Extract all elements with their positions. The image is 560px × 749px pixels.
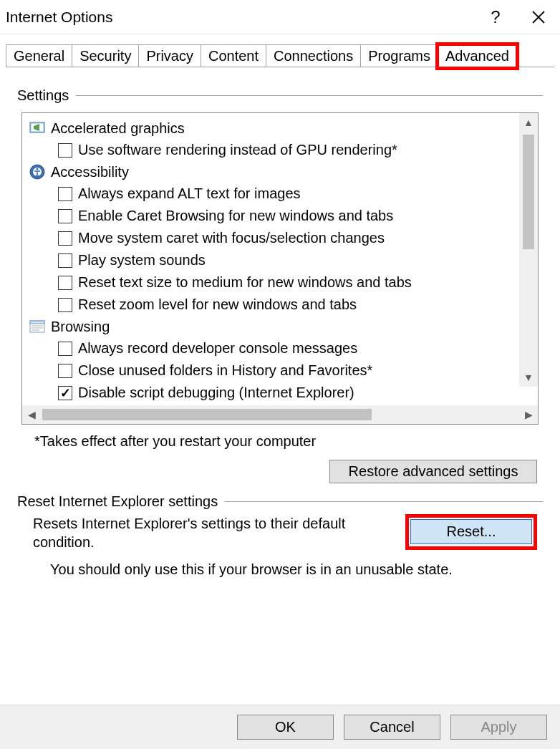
divider <box>76 95 543 96</box>
tab-privacy[interactable]: Privacy <box>138 44 201 67</box>
settings-tree-viewport: Accelerated graphics Use software render… <box>22 113 538 405</box>
reset-description: Resets Internet Explorer's settings to t… <box>33 514 391 551</box>
tab-advanced[interactable]: Advanced <box>438 44 517 68</box>
tab-label: General <box>14 48 64 64</box>
button-label: Apply <box>481 719 516 735</box>
group-label-text: Reset Internet Explorer settings <box>17 493 218 510</box>
category-label: Browsing <box>51 316 110 337</box>
checkbox[interactable] <box>58 231 72 246</box>
tab-label: Security <box>79 48 131 64</box>
option-label: Move system caret with focus/selection c… <box>78 227 385 249</box>
title-controls: ? <box>474 0 560 34</box>
scroll-down-arrow[interactable]: ▼ <box>519 368 538 387</box>
scroll-thumb[interactable] <box>42 409 372 420</box>
option-label: Reset zoom level for new windows and tab… <box>78 294 357 316</box>
option-move-caret[interactable]: Move system caret with focus/selection c… <box>29 227 538 249</box>
option-reset-text-size[interactable]: Reset text size to medium for new window… <box>29 271 538 294</box>
checkbox[interactable] <box>58 342 72 356</box>
scroll-thumb[interactable] <box>523 135 534 249</box>
option-label: Disable script debugging (Internet Explo… <box>78 382 354 404</box>
settings-group-label: Settings <box>17 87 543 104</box>
group-label-text: Settings <box>17 87 69 104</box>
help-button[interactable]: ? <box>474 0 517 34</box>
svg-point-7 <box>37 168 39 170</box>
button-label: Reset... <box>447 523 496 539</box>
option-close-folders[interactable]: Close unused folders in History and Favo… <box>29 359 538 382</box>
scroll-up-arrow[interactable]: ▲ <box>519 113 538 132</box>
title-bar: Internet Options ? <box>0 0 560 34</box>
option-label: Reset text size to medium for new window… <box>78 271 412 294</box>
checkbox[interactable] <box>58 386 72 400</box>
checkbox[interactable] <box>58 209 72 223</box>
checkbox[interactable] <box>58 253 72 268</box>
option-disable-script-ie[interactable]: Disable script debugging (Internet Explo… <box>29 382 538 404</box>
tab-content[interactable]: Content <box>201 44 266 67</box>
option-expand-alt[interactable]: Always expand ALT text for images <box>29 183 538 205</box>
option-label: Enable Caret Browsing for new windows an… <box>78 205 393 227</box>
ok-button[interactable]: OK <box>237 715 334 740</box>
horizontal-scrollbar[interactable]: ◀ ▶ <box>22 405 538 424</box>
option-play-sounds[interactable]: Play system sounds <box>29 249 538 271</box>
tab-label: Connections <box>274 48 353 64</box>
option-label: Play system sounds <box>78 249 206 271</box>
reset-group-label: Reset Internet Explorer settings <box>17 493 543 510</box>
scroll-right-arrow[interactable]: ▶ <box>519 405 538 424</box>
checkbox[interactable] <box>58 298 72 312</box>
close-button[interactable] <box>517 0 560 34</box>
restore-row: Restore advanced settings <box>17 457 543 483</box>
divider <box>225 501 543 502</box>
close-icon <box>531 10 546 24</box>
tab-label: Advanced <box>445 48 509 64</box>
tab-row: General Security Privacy Content Connect… <box>0 34 560 67</box>
option-record-console[interactable]: Always record developer console messages <box>29 337 538 359</box>
restart-hint: *Takes effect after you restart your com… <box>17 429 543 457</box>
reset-button[interactable]: Reset... <box>410 519 532 544</box>
button-label: OK <box>275 719 296 735</box>
svg-rect-9 <box>30 321 44 324</box>
button-label: Restore advanced settings <box>349 463 518 479</box>
restore-advanced-button[interactable]: Restore advanced settings <box>329 460 537 483</box>
category-accelerated-graphics[interactable]: Accelerated graphics <box>29 117 538 139</box>
tab-label: Content <box>208 48 259 64</box>
checkbox[interactable] <box>58 143 72 158</box>
tab-connections[interactable]: Connections <box>266 44 361 67</box>
tab-programs[interactable]: Programs <box>360 44 438 67</box>
option-label: Always record developer console messages <box>78 337 357 359</box>
category-label: Accelerated graphics <box>51 117 185 139</box>
reset-highlight: Reset... <box>405 514 537 550</box>
settings-tree: Accelerated graphics Use software render… <box>21 112 539 425</box>
tab-label: Privacy <box>146 48 193 64</box>
checkbox[interactable] <box>58 364 72 378</box>
category-accessibility[interactable]: Accessibility <box>29 161 538 183</box>
option-label: Always expand ALT text for images <box>78 183 301 205</box>
scroll-left-arrow[interactable]: ◀ <box>22 405 41 424</box>
cancel-button[interactable]: Cancel <box>344 715 440 740</box>
checkbox[interactable] <box>58 276 72 290</box>
option-label: Use software rendering instead of GPU re… <box>78 139 397 161</box>
tab-general[interactable]: General <box>6 44 72 67</box>
option-software-rendering[interactable]: Use software rendering instead of GPU re… <box>29 139 538 161</box>
dialog-button-bar: OK Cancel Apply <box>0 705 560 749</box>
tab-security[interactable]: Security <box>72 44 139 67</box>
tab-label: Programs <box>368 48 430 64</box>
vertical-scrollbar[interactable]: ▲ ▼ <box>519 113 538 387</box>
option-reset-zoom[interactable]: Reset zoom level for new windows and tab… <box>29 294 538 316</box>
checkbox[interactable] <box>58 187 72 201</box>
apply-button[interactable]: Apply <box>450 715 547 740</box>
category-browsing[interactable]: Browsing <box>29 316 538 337</box>
window-title: Internet Options <box>6 9 112 26</box>
tab-content-area: Settings Accelerated graphics Use softwa… <box>0 67 560 578</box>
reset-warning: You should only use this if your browser… <box>17 551 543 578</box>
monitor-icon <box>29 122 45 135</box>
reset-row: Resets Internet Explorer's settings to t… <box>17 510 543 551</box>
button-label: Cancel <box>370 719 414 735</box>
accessibility-icon <box>29 165 45 178</box>
option-label: Close unused folders in History and Favo… <box>78 359 372 382</box>
window-icon <box>29 320 45 333</box>
category-label: Accessibility <box>51 161 129 183</box>
option-caret-browsing[interactable]: Enable Caret Browsing for new windows an… <box>29 205 538 227</box>
